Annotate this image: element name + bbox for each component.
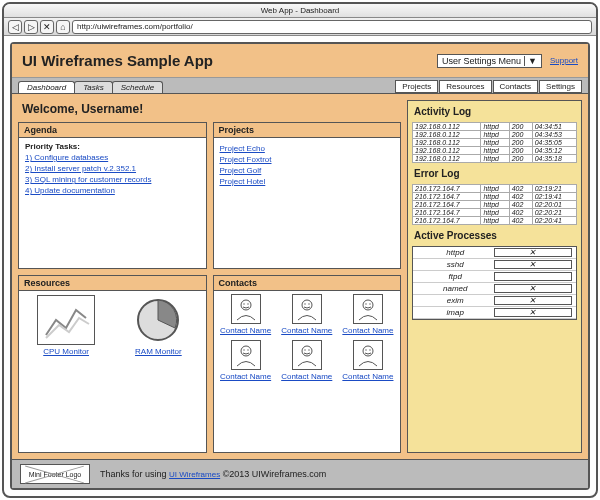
avatar-icon [353, 294, 383, 324]
footer-logo: Mini Footer Logo [20, 464, 90, 484]
browser-toolbar: ◁ ▷ ✕ ⌂ http://uiwireframes.com/portfoli… [4, 18, 596, 36]
resources-panel: Resources CPU Monitor [18, 275, 207, 454]
table-row: 216.172.164.7httpd40202:20:41 [413, 217, 577, 225]
agenda-item[interactable]: 3) SQL mining for customer records [25, 175, 200, 184]
svg-point-3 [247, 303, 248, 304]
process-list: httpd✕ sshd✕ ftpd named✕ exim✕ imap✕ [412, 246, 577, 320]
svg-point-17 [365, 349, 366, 350]
resources-title: Resources [19, 276, 206, 291]
contact-card[interactable]: Contact Name [217, 340, 275, 383]
table-row: 216.172.164.7httpd40202:20:21 [413, 209, 577, 217]
project-link[interactable]: Project Echo [220, 144, 395, 153]
pie-chart-icon [129, 295, 187, 345]
contact-card[interactable]: Contact Name [217, 294, 275, 337]
app-header: UI Wireframes Sample App User Settings M… [12, 44, 588, 78]
process-checkbox[interactable]: ✕ [494, 296, 573, 305]
stop-button[interactable]: ✕ [40, 20, 54, 34]
tab-settings[interactable]: Settings [539, 80, 582, 93]
project-link[interactable]: Project Golf [220, 166, 395, 175]
process-row: ftpd [413, 271, 576, 283]
line-chart-icon [37, 295, 95, 345]
table-row: 216.172.164.7httpd40202:19:41 [413, 193, 577, 201]
process-checkbox[interactable]: ✕ [494, 308, 573, 317]
support-link[interactable]: Support [550, 56, 578, 65]
tab-dashboard[interactable]: Dashboard [18, 81, 75, 93]
activity-log-title: Activity Log [412, 105, 577, 118]
process-row: sshd✕ [413, 259, 576, 271]
contacts-title: Contacts [214, 276, 401, 291]
table-row: 192.168.0.112httpd20004:35:05 [413, 139, 577, 147]
browser-title: Web App - Dashboard [4, 4, 596, 18]
app-frame: UI Wireframes Sample App User Settings M… [10, 42, 590, 490]
agenda-item[interactable]: 2) Install server patch v.2.352.1 [25, 164, 200, 173]
agenda-item[interactable]: 1) Configure databases [25, 153, 200, 162]
ram-monitor-link[interactable]: RAM Monitor [129, 347, 187, 356]
process-checkbox[interactable]: ✕ [494, 284, 573, 293]
svg-point-18 [369, 349, 370, 350]
tab-contacts[interactable]: Contacts [493, 80, 539, 93]
projects-title: Projects [214, 123, 401, 138]
projects-panel: Projects Project Echo Project Foxtrot Pr… [213, 122, 402, 269]
table-row: 192.168.0.112httpd20004:35:12 [413, 147, 577, 155]
sidebar: Activity Log 192.168.0.112httpd20004:34:… [407, 100, 582, 453]
chevron-down-icon: ▼ [524, 56, 537, 66]
avatar-icon [231, 340, 261, 370]
process-checkbox[interactable]: ✕ [494, 260, 573, 269]
contact-card[interactable]: Contact Name [278, 340, 336, 383]
process-row: imap✕ [413, 307, 576, 319]
back-button[interactable]: ◁ [8, 20, 22, 34]
activity-log-table: 192.168.0.112httpd20004:34:51 192.168.0.… [412, 122, 577, 163]
home-button[interactable]: ⌂ [56, 20, 70, 34]
table-row: 192.168.0.112httpd20004:34:51 [413, 123, 577, 131]
avatar-icon [292, 340, 322, 370]
contact-card[interactable]: Contact Name [339, 294, 397, 337]
svg-point-11 [243, 349, 244, 350]
error-log-table: 216.172.164.7httpd40202:19:21 216.172.16… [412, 184, 577, 225]
process-row: exim✕ [413, 295, 576, 307]
welcome-heading: Welcome, Username! [18, 100, 401, 118]
agenda-title: Agenda [19, 123, 206, 138]
process-checkbox[interactable] [494, 272, 573, 281]
svg-point-12 [247, 349, 248, 350]
svg-point-6 [308, 303, 309, 304]
svg-point-5 [304, 303, 305, 304]
process-checkbox[interactable]: ✕ [494, 248, 573, 257]
agenda-item[interactable]: 4) Update documentation [25, 186, 200, 195]
tab-resources[interactable]: Resources [439, 80, 491, 93]
footer-text: Thanks for using UI Wireframes ©2013 UIW… [100, 469, 326, 479]
process-row: httpd✕ [413, 247, 576, 259]
process-row: named✕ [413, 283, 576, 295]
table-row: 192.168.0.112httpd20004:35:18 [413, 155, 577, 163]
avatar-icon [353, 340, 383, 370]
url-field[interactable]: http://uiwireframes.com/portfolio/ [72, 20, 592, 34]
browser-window: Web App - Dashboard ◁ ▷ ✕ ⌂ http://uiwir… [2, 2, 598, 498]
forward-button[interactable]: ▷ [24, 20, 38, 34]
agenda-subtitle: Priority Tasks: [25, 142, 200, 151]
tab-schedule[interactable]: Schedule [112, 81, 163, 93]
avatar-icon [231, 294, 261, 324]
footer-link[interactable]: UI Wireframes [169, 470, 220, 479]
tab-tasks[interactable]: Tasks [74, 81, 113, 93]
processes-title: Active Processes [412, 229, 577, 242]
table-row: 192.168.0.112httpd20004:34:53 [413, 131, 577, 139]
table-row: 216.172.164.7httpd40202:20:01 [413, 201, 577, 209]
svg-point-2 [243, 303, 244, 304]
tab-projects[interactable]: Projects [395, 80, 438, 93]
contact-card[interactable]: Contact Name [339, 340, 397, 383]
contact-card[interactable]: Contact Name [278, 294, 336, 337]
svg-point-14 [304, 349, 305, 350]
app-title: UI Wireframes Sample App [22, 52, 437, 69]
user-settings-menu[interactable]: User Settings Menu ▼ [437, 54, 542, 68]
svg-point-9 [369, 303, 370, 304]
table-row: 216.172.164.7httpd40202:19:21 [413, 185, 577, 193]
cpu-monitor-link[interactable]: CPU Monitor [37, 347, 95, 356]
project-link[interactable]: Project Foxtrot [220, 155, 395, 164]
project-link[interactable]: Project Hotel [220, 177, 395, 186]
error-log-title: Error Log [412, 167, 577, 180]
svg-point-15 [308, 349, 309, 350]
agenda-panel: Agenda Priority Tasks: 1) Configure data… [18, 122, 207, 269]
main-area: Welcome, Username! Agenda Priority Tasks… [12, 94, 588, 459]
avatar-icon [292, 294, 322, 324]
tab-bar: Dashboard Tasks Schedule Projects Resour… [12, 78, 588, 94]
svg-point-8 [365, 303, 366, 304]
